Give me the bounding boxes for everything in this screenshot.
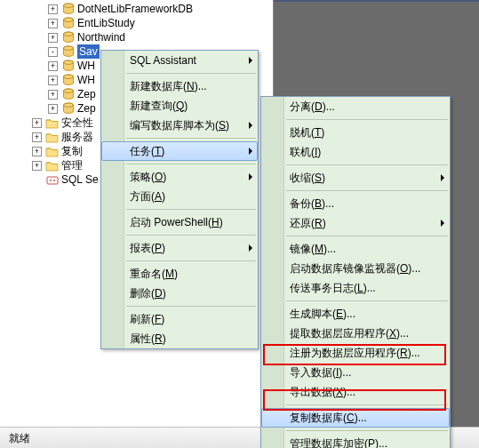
context-menu[interactable]: SQL Assistant新建数据库(N)...新建查询(Q)编写数据库脚本为(… (100, 50, 259, 349)
menu-item[interactable]: 任务(T) (101, 141, 258, 161)
menu-item[interactable]: 新建数据库(N)... (101, 76, 258, 96)
menu-item-label: 启动 PowerShell(H) (130, 215, 240, 230)
expander-icon[interactable]: + (32, 147, 42, 156)
menu-item[interactable]: 复制数据库(C)... (261, 408, 450, 428)
svg-rect-16 (47, 177, 58, 184)
menu-item[interactable]: 启动数据库镜像监视器(O)... (261, 259, 450, 278)
menu-item[interactable]: 联机(I) (261, 142, 450, 162)
tree-item[interactable]: +EntLibStudy (0, 16, 273, 30)
menu-item[interactable]: 删除(D) (101, 284, 258, 303)
db-icon (61, 102, 75, 115)
expander-icon[interactable]: + (48, 90, 58, 100)
menu-item[interactable]: 方面(A) (101, 187, 258, 206)
menu-item-label: 任务(T) (130, 144, 240, 159)
menu-item-label: 分离(D)... (290, 100, 432, 115)
menu-item-label: 启动数据库镜像监视器(O)... (290, 261, 432, 276)
menu-item-label: 删除(D) (130, 286, 240, 301)
menu-item[interactable]: 提取数据层应用程序(X)... (261, 324, 450, 343)
menu-item[interactable]: 生成脚本(E)... (261, 304, 450, 324)
menu-separator (126, 164, 256, 164)
tree-item-label: WH (77, 59, 95, 73)
menu-item[interactable]: 属性(R) (101, 329, 258, 348)
menu-item-label: 备份(B)... (290, 196, 432, 212)
menu-item-label: 策略(O) (130, 170, 240, 185)
submenu-arrow-icon (249, 122, 252, 129)
menu-item[interactable]: 收缩(S) (261, 168, 450, 188)
menu-item[interactable]: 启动 PowerShell(H) (101, 212, 258, 232)
menu-item[interactable]: 传送事务日志(L)... (261, 278, 450, 298)
menu-separator (286, 164, 448, 165)
submenu-arrow-icon (249, 148, 252, 155)
menu-item[interactable]: 脱机(T) (261, 123, 450, 142)
tree-item-label: Sav (77, 44, 100, 59)
expander-icon[interactable]: + (32, 161, 42, 171)
tree-item-label: 服务器 (61, 130, 93, 144)
menu-item[interactable]: 报表(P) (101, 238, 258, 258)
menu-separator (126, 138, 256, 139)
menu-separator (286, 119, 448, 120)
submenu-arrow-icon (249, 57, 252, 64)
expander-icon[interactable]: + (48, 61, 58, 71)
submenu-arrow-icon (441, 220, 444, 227)
menu-item[interactable]: 重命名(M) (101, 264, 258, 284)
svg-point-17 (50, 180, 52, 181)
tree-item[interactable]: +DotNetLibFrameworkDB (0, 2, 273, 16)
menu-item-label: 报表(P) (130, 241, 240, 256)
tree-item-label: Northwind (77, 30, 125, 44)
menu-separator (126, 260, 256, 261)
tree-item-label: WH (77, 73, 95, 87)
db-icon (61, 17, 75, 29)
menu-item-label: 方面(A) (130, 189, 240, 204)
menu-item[interactable]: 镜像(M)... (261, 239, 450, 259)
menu-separator (286, 236, 448, 236)
expander-icon[interactable]: + (32, 132, 42, 142)
expander-icon[interactable]: + (32, 118, 42, 128)
menu-item-label: 导出数据(X)... (290, 385, 432, 400)
tasks-submenu[interactable]: 分离(D)...脱机(T)联机(I)收缩(S)备份(B)...还原(R)镜像(M… (260, 96, 451, 448)
menu-item[interactable]: 导出数据(X)... (261, 382, 450, 402)
menu-separator (126, 209, 256, 210)
submenu-arrow-icon (249, 173, 252, 180)
db-icon (61, 45, 75, 58)
menu-item[interactable]: SQL Assistant (101, 51, 258, 70)
menu-separator (286, 404, 448, 405)
tree-item[interactable]: +Northwind (0, 30, 273, 44)
menu-item[interactable]: 策略(O) (101, 167, 258, 187)
menu-item[interactable]: 管理数据库加密(P)... (261, 434, 450, 448)
expander-icon[interactable]: - (48, 47, 58, 57)
tree-item-label: 安全性 (61, 116, 93, 130)
menu-item-label: 属性(R) (130, 332, 240, 347)
expander-icon[interactable]: + (48, 19, 58, 28)
menu-item-label: 收缩(S) (290, 171, 432, 186)
menu-item[interactable]: 注册为数据层应用程序(R)... (261, 343, 450, 363)
menu-separator (286, 430, 448, 431)
expander-icon[interactable]: + (48, 76, 58, 85)
menu-item-label: 联机(I) (290, 145, 432, 160)
menu-item[interactable]: 分离(D)... (261, 97, 450, 116)
expander-icon[interactable]: + (48, 4, 58, 14)
expander-icon[interactable]: + (48, 104, 58, 114)
menu-item-label: SQL Assistant (130, 54, 240, 67)
menu-item-label: 管理数据库加密(P)... (290, 436, 432, 449)
folder-icon (45, 159, 59, 172)
db-icon (61, 74, 75, 86)
expander-icon[interactable]: + (48, 33, 58, 43)
menu-item-label: 新建数据库(N)... (130, 79, 240, 94)
menu-item[interactable]: 新建查询(Q) (101, 96, 258, 116)
menu-item[interactable]: 刷新(F) (101, 309, 258, 329)
folder-icon (45, 145, 59, 157)
menu-item-label: 提取数据层应用程序(X)... (290, 326, 432, 341)
tree-item-label: Zep (77, 101, 96, 116)
menu-item-label: 镜像(M)... (290, 242, 432, 257)
menu-item[interactable]: 备份(B)... (261, 194, 450, 213)
menu-item-label: 注册为数据层应用程序(R)... (290, 346, 432, 361)
menu-item-label: 传送事务日志(L)... (290, 281, 432, 296)
db-icon (61, 31, 75, 44)
menu-item[interactable]: 编写数据库脚本为(S) (101, 116, 258, 135)
menu-item[interactable]: 还原(R) (261, 213, 450, 233)
tree-item-label: SQL Se (61, 172, 99, 187)
status-text: 就绪 (9, 432, 30, 444)
menu-item[interactable]: 导入数据(I)... (261, 363, 450, 382)
tree-item-label: DotNetLibFrameworkDB (77, 2, 193, 16)
db-icon (61, 3, 75, 15)
